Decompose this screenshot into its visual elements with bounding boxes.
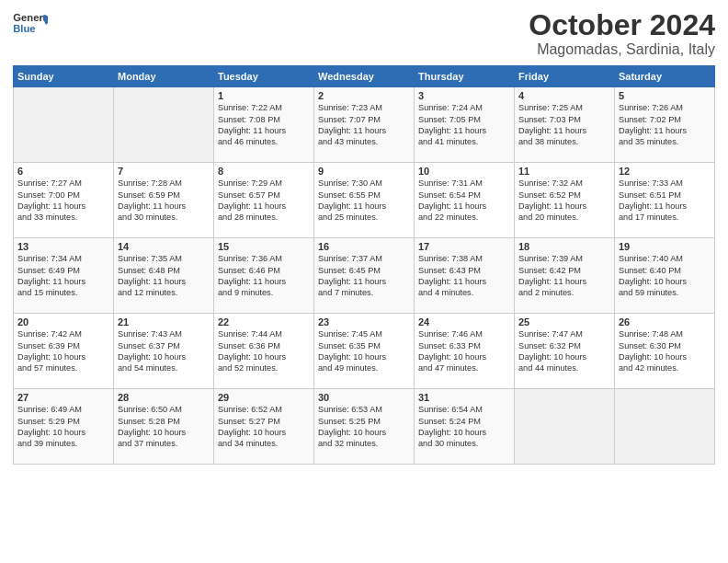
calendar-cell: 28Sunrise: 6:50 AM Sunset: 5:28 PM Dayli…: [114, 389, 214, 465]
day-info: Sunrise: 6:49 AM Sunset: 5:29 PM Dayligh…: [17, 404, 109, 450]
month-title: October 2024: [529, 9, 715, 41]
day-number: 28: [118, 392, 210, 403]
day-number: 9: [318, 166, 410, 177]
header-sunday: Sunday: [14, 66, 114, 87]
day-info: Sunrise: 6:52 AM Sunset: 5:27 PM Dayligh…: [218, 404, 310, 450]
day-info: Sunrise: 7:40 AM Sunset: 6:40 PM Dayligh…: [619, 253, 711, 299]
logo-icon: General Blue: [13, 9, 48, 37]
day-info: Sunrise: 7:36 AM Sunset: 6:46 PM Dayligh…: [218, 253, 310, 299]
calendar-cell: 29Sunrise: 6:52 AM Sunset: 5:27 PM Dayli…: [214, 389, 314, 465]
day-number: 25: [518, 316, 610, 327]
calendar-cell: 8Sunrise: 7:29 AM Sunset: 6:57 PM Daylig…: [214, 163, 314, 238]
day-number: 16: [318, 241, 410, 252]
day-number: 14: [118, 241, 210, 252]
page-container: General Blue October 2024 Magomadas, Sar…: [0, 0, 728, 470]
calendar-cell: 11Sunrise: 7:32 AM Sunset: 6:52 PM Dayli…: [515, 163, 615, 238]
calendar-week-row: 20Sunrise: 7:42 AM Sunset: 6:39 PM Dayli…: [14, 314, 715, 389]
day-info: Sunrise: 6:54 AM Sunset: 5:24 PM Dayligh…: [418, 404, 510, 450]
calendar-cell: 18Sunrise: 7:39 AM Sunset: 6:42 PM Dayli…: [515, 238, 615, 314]
day-number: 20: [17, 316, 109, 327]
day-number: 24: [418, 316, 510, 327]
day-info: Sunrise: 7:39 AM Sunset: 6:42 PM Dayligh…: [518, 253, 610, 299]
day-number: 13: [17, 241, 109, 252]
day-number: 29: [218, 392, 310, 403]
day-number: 1: [218, 90, 310, 101]
day-info: Sunrise: 7:33 AM Sunset: 6:51 PM Dayligh…: [619, 178, 711, 224]
calendar-cell: 12Sunrise: 7:33 AM Sunset: 6:51 PM Dayli…: [615, 163, 715, 238]
calendar-cell: [615, 389, 715, 465]
day-number: 27: [17, 392, 109, 403]
calendar-cell: 27Sunrise: 6:49 AM Sunset: 5:29 PM Dayli…: [14, 389, 114, 465]
day-info: Sunrise: 7:29 AM Sunset: 6:57 PM Dayligh…: [218, 178, 310, 224]
header-tuesday: Tuesday: [214, 66, 314, 87]
calendar-cell: 7Sunrise: 7:28 AM Sunset: 6:59 PM Daylig…: [114, 163, 214, 238]
title-block: October 2024 Magomadas, Sardinia, Italy: [529, 9, 715, 58]
header-thursday: Thursday: [415, 66, 515, 87]
calendar-cell: [14, 87, 114, 163]
day-number: 18: [518, 241, 610, 252]
calendar-cell: 20Sunrise: 7:42 AM Sunset: 6:39 PM Dayli…: [14, 314, 114, 389]
day-number: 30: [318, 392, 410, 403]
day-info: Sunrise: 7:30 AM Sunset: 6:55 PM Dayligh…: [318, 178, 410, 224]
calendar-cell: 31Sunrise: 6:54 AM Sunset: 5:24 PM Dayli…: [415, 389, 515, 465]
day-number: 26: [619, 316, 711, 327]
day-number: 17: [418, 241, 510, 252]
calendar-cell: [114, 87, 214, 163]
day-info: Sunrise: 7:48 AM Sunset: 6:30 PM Dayligh…: [619, 328, 711, 374]
calendar-week-row: 27Sunrise: 6:49 AM Sunset: 5:29 PM Dayli…: [14, 389, 715, 465]
calendar-cell: 23Sunrise: 7:45 AM Sunset: 6:35 PM Dayli…: [314, 314, 415, 389]
svg-text:Blue: Blue: [13, 23, 35, 34]
day-info: Sunrise: 6:53 AM Sunset: 5:25 PM Dayligh…: [318, 404, 410, 450]
day-number: 23: [318, 316, 410, 327]
calendar-cell: 19Sunrise: 7:40 AM Sunset: 6:40 PM Dayli…: [615, 238, 715, 314]
calendar-cell: 30Sunrise: 6:53 AM Sunset: 5:25 PM Dayli…: [314, 389, 415, 465]
day-info: Sunrise: 7:22 AM Sunset: 7:08 PM Dayligh…: [218, 102, 310, 148]
calendar-cell: 2Sunrise: 7:23 AM Sunset: 7:07 PM Daylig…: [314, 87, 415, 163]
day-info: Sunrise: 6:50 AM Sunset: 5:28 PM Dayligh…: [118, 404, 210, 450]
calendar-cell: 5Sunrise: 7:26 AM Sunset: 7:02 PM Daylig…: [615, 87, 715, 163]
calendar-cell: [515, 389, 615, 465]
day-info: Sunrise: 7:45 AM Sunset: 6:35 PM Dayligh…: [318, 328, 410, 374]
day-info: Sunrise: 7:34 AM Sunset: 6:49 PM Dayligh…: [17, 253, 109, 299]
location-title: Magomadas, Sardinia, Italy: [529, 41, 715, 58]
calendar-cell: 9Sunrise: 7:30 AM Sunset: 6:55 PM Daylig…: [314, 163, 415, 238]
day-number: 8: [218, 166, 310, 177]
day-number: 15: [218, 241, 310, 252]
calendar-cell: 17Sunrise: 7:38 AM Sunset: 6:43 PM Dayli…: [415, 238, 515, 314]
calendar-cell: 24Sunrise: 7:46 AM Sunset: 6:33 PM Dayli…: [415, 314, 515, 389]
calendar-cell: 13Sunrise: 7:34 AM Sunset: 6:49 PM Dayli…: [14, 238, 114, 314]
day-number: 31: [418, 392, 510, 403]
calendar-cell: 16Sunrise: 7:37 AM Sunset: 6:45 PM Dayli…: [314, 238, 415, 314]
calendar-week-row: 13Sunrise: 7:34 AM Sunset: 6:49 PM Dayli…: [14, 238, 715, 314]
day-info: Sunrise: 7:25 AM Sunset: 7:03 PM Dayligh…: [518, 102, 610, 148]
header-monday: Monday: [114, 66, 214, 87]
day-number: 5: [619, 90, 711, 101]
calendar-cell: 14Sunrise: 7:35 AM Sunset: 6:48 PM Dayli…: [114, 238, 214, 314]
calendar-week-row: 1Sunrise: 7:22 AM Sunset: 7:08 PM Daylig…: [14, 87, 715, 163]
day-info: Sunrise: 7:44 AM Sunset: 6:36 PM Dayligh…: [218, 328, 310, 374]
calendar-cell: 25Sunrise: 7:47 AM Sunset: 6:32 PM Dayli…: [515, 314, 615, 389]
day-number: 11: [518, 166, 610, 177]
calendar-cell: 4Sunrise: 7:25 AM Sunset: 7:03 PM Daylig…: [515, 87, 615, 163]
day-info: Sunrise: 7:43 AM Sunset: 6:37 PM Dayligh…: [118, 328, 210, 374]
day-number: 2: [318, 90, 410, 101]
day-info: Sunrise: 7:32 AM Sunset: 6:52 PM Dayligh…: [518, 178, 610, 224]
day-number: 12: [619, 166, 711, 177]
calendar-cell: 10Sunrise: 7:31 AM Sunset: 6:54 PM Dayli…: [415, 163, 515, 238]
logo: General Blue: [13, 9, 50, 37]
day-info: Sunrise: 7:47 AM Sunset: 6:32 PM Dayligh…: [518, 328, 610, 374]
calendar-table: Sunday Monday Tuesday Wednesday Thursday…: [13, 65, 715, 465]
day-number: 22: [218, 316, 310, 327]
header-wednesday: Wednesday: [314, 66, 415, 87]
day-info: Sunrise: 7:26 AM Sunset: 7:02 PM Dayligh…: [619, 102, 711, 148]
calendar-cell: 6Sunrise: 7:27 AM Sunset: 7:00 PM Daylig…: [14, 163, 114, 238]
day-info: Sunrise: 7:24 AM Sunset: 7:05 PM Dayligh…: [418, 102, 510, 148]
calendar-header-row: Sunday Monday Tuesday Wednesday Thursday…: [14, 66, 715, 87]
day-info: Sunrise: 7:37 AM Sunset: 6:45 PM Dayligh…: [318, 253, 410, 299]
day-number: 10: [418, 166, 510, 177]
day-info: Sunrise: 7:42 AM Sunset: 6:39 PM Dayligh…: [17, 328, 109, 374]
day-info: Sunrise: 7:38 AM Sunset: 6:43 PM Dayligh…: [418, 253, 510, 299]
day-info: Sunrise: 7:27 AM Sunset: 7:00 PM Dayligh…: [17, 178, 109, 224]
day-number: 6: [17, 166, 109, 177]
svg-text:General: General: [13, 12, 48, 23]
